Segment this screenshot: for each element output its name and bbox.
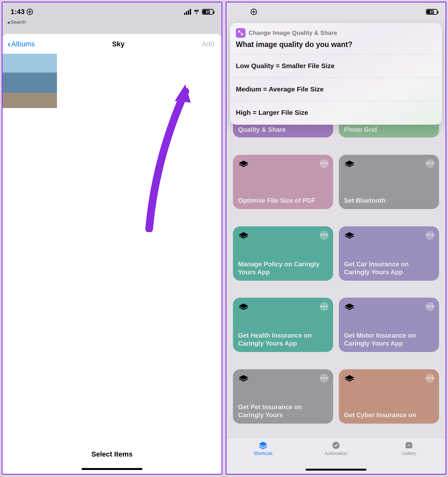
shortcut-card[interactable]: •••Get Cyber Insurance on: [339, 369, 439, 424]
globe-icon: [251, 9, 257, 15]
more-icon[interactable]: •••: [320, 159, 329, 168]
battery-icon: 67: [202, 9, 213, 15]
shortcut-card[interactable]: •••Get Motor Insurance on Caringly Yours…: [339, 298, 439, 352]
shortcut-card[interactable]: •••Get Pet Insurance on Caringly Yours: [233, 369, 333, 424]
tab-shortcuts[interactable]: Shortcuts: [227, 438, 300, 474]
back-albums-button[interactable]: ‹ Albums: [8, 39, 35, 49]
add-button[interactable]: Add: [202, 40, 214, 48]
shortcuts-grid: Quality & SharePhoto Grid•••Optimise Fil…: [230, 114, 442, 438]
tab-gallery[interactable]: Gallery: [372, 438, 445, 474]
shortcut-label: Get Motor Insurance on Caringly Yours Ap…: [344, 332, 434, 348]
tab-label: Automation: [325, 451, 348, 456]
shortcut-card[interactable]: •••Optimise File Size of PDF: [233, 155, 333, 209]
shortcut-label: Photo Grid: [344, 126, 434, 134]
back-label: Albums: [11, 40, 35, 48]
clock: 1:43: [11, 8, 25, 16]
annotation-arrow-icon: [127, 79, 197, 232]
svg-rect-2: [407, 442, 412, 443]
more-icon[interactable]: •••: [320, 231, 329, 240]
sheet-option-high[interactable]: High = Larger File Size: [230, 101, 442, 125]
shortcut-label: Optimise File Size of PDF: [238, 197, 328, 205]
tab-label: Gallery: [402, 451, 416, 456]
more-icon[interactable]: •••: [426, 302, 435, 311]
phone-right: 1:43 67 Search Quality & SharePhoto Grid…: [226, 2, 446, 475]
cellular-icon: [184, 9, 191, 15]
shortcut-label: Manage Policy on Caringly Yours App: [238, 260, 328, 276]
quality-prompt-sheet: Change Image Quality & Share What image …: [230, 23, 442, 125]
shortcut-card[interactable]: •••Get Health Insurance on Caringly Your…: [233, 298, 333, 352]
page-title: Sky: [112, 40, 124, 48]
globe-icon: [27, 9, 33, 15]
sheet-question: What image quality do you want?: [230, 40, 442, 54]
back-to-app[interactable]: Search: [3, 18, 221, 26]
more-icon[interactable]: •••: [320, 302, 329, 311]
photo-thumbnail[interactable]: [3, 54, 57, 108]
home-indicator[interactable]: [306, 469, 366, 471]
shortcut-label: Quality & Share: [238, 126, 328, 134]
shortcut-card[interactable]: •••Manage Policy on Caringly Yours App: [233, 226, 333, 281]
status-bar: 1:43 67: [3, 3, 221, 18]
tab-label: Shortcuts: [253, 451, 272, 456]
shortcut-label: Get Car Insurance on Caringly Yours App: [344, 260, 434, 276]
battery-icon: 67: [426, 9, 437, 15]
phone-left: 1:43 67 Search ‹ Albums Sky Add Select I…: [2, 2, 222, 475]
more-icon[interactable]: •••: [320, 374, 329, 383]
photos-album-view: ‹ Albums Sky Add Select Items: [3, 34, 221, 474]
shortcut-label: Set Bluetooth: [344, 197, 434, 205]
shortcut-label: Get Pet Insurance on Caringly Yours: [238, 403, 328, 419]
sheet-option-medium[interactable]: Medium = Average File Size: [230, 77, 442, 101]
sheet-app-name: Change Image Quality & Share: [249, 29, 337, 36]
shortcut-card[interactable]: •••Get Car Insurance on Caringly Yours A…: [339, 226, 439, 281]
sheet-option-low[interactable]: Low Quality = Smaller File Size: [230, 54, 442, 77]
shortcut-label: Get Cyber Insurance on: [344, 411, 434, 419]
more-icon[interactable]: •••: [426, 374, 435, 383]
shortcut-app-icon: [236, 28, 245, 38]
more-icon[interactable]: •••: [426, 159, 435, 168]
home-indicator[interactable]: [82, 468, 142, 470]
chevron-left-icon: ‹: [8, 39, 11, 49]
shortcut-label: Get Health Insurance on Caringly Yours A…: [238, 332, 328, 348]
shortcut-card[interactable]: •••Set Bluetooth: [339, 155, 439, 209]
wifi-icon: [193, 8, 200, 16]
select-items-button[interactable]: Select Items: [3, 450, 221, 458]
more-icon[interactable]: •••: [426, 231, 435, 240]
